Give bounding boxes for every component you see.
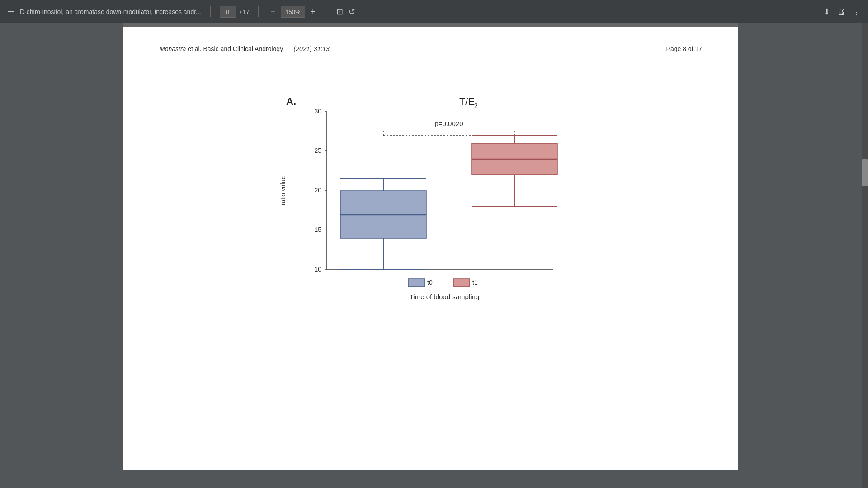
zoom-in-button[interactable]: +: [308, 6, 318, 18]
zoom-out-button[interactable]: −: [268, 6, 278, 18]
page-number-input[interactable]: [220, 6, 236, 18]
chart-area: A. T/E 2 p=0.0020: [169, 89, 693, 306]
citation-text: Monastra et al. Basic and Clinical Andro…: [160, 45, 330, 52]
x-axis-label: Time of blood sampling: [410, 293, 480, 300]
rotate-button[interactable]: ↺: [349, 7, 355, 17]
toolbar-divider-2: [258, 6, 259, 17]
y-axis-label: ratio value: [279, 176, 287, 205]
scrollbar-track: [862, 23, 868, 488]
toolbar-divider: [210, 6, 211, 17]
print-button[interactable]: 🖨: [837, 7, 845, 17]
y-label-15: 15: [314, 226, 321, 233]
legend-t0-box: [408, 279, 425, 287]
toolbar-divider-3: [327, 6, 327, 17]
page-info: Page 8 of 17: [666, 45, 702, 52]
chart-title-subscript: 2: [474, 102, 478, 109]
legend-t1-box: [453, 279, 470, 287]
more-options-button[interactable]: ⋮: [853, 7, 861, 17]
pdf-viewer: Monastra et al. Basic and Clinical Andro…: [0, 23, 862, 488]
menu-icon[interactable]: ☰: [7, 7, 14, 17]
legend-t0-label: t0: [427, 279, 433, 286]
p-value-label: p=0.0020: [435, 120, 463, 127]
legend-t1-label: t1: [472, 279, 478, 286]
y-label-30: 30: [314, 108, 321, 115]
pdf-page: Monastra et al. Basic and Clinical Andro…: [123, 27, 738, 470]
page-separator: / 17: [240, 9, 250, 15]
download-button[interactable]: ⬇: [823, 7, 830, 17]
chart-title: T/E: [459, 96, 475, 107]
top-line: [123, 23, 738, 27]
y-label-10: 10: [314, 266, 321, 273]
figure-container: A. T/E 2 p=0.0020: [160, 80, 702, 315]
boxplot-svg: A. T/E 2 p=0.0020: [273, 89, 589, 306]
toolbar: ☰ D-chiro-inositol, an aromatase down-mo…: [0, 0, 868, 23]
page-controls: / 17: [220, 6, 250, 18]
y-label-25: 25: [314, 147, 321, 154]
zoom-input[interactable]: [281, 6, 305, 18]
figure-label: A.: [286, 96, 296, 107]
citation-authors: Monastra et al. Basic and Clinical Andro…: [160, 45, 283, 52]
fit-page-button[interactable]: ⊡: [336, 7, 343, 17]
toolbar-right-actions: ⬇ 🖨 ⋮: [823, 7, 861, 17]
zoom-controls: − +: [268, 6, 318, 18]
page-header: Monastra et al. Basic and Clinical Andro…: [160, 45, 702, 52]
document-title: D-chiro-inositol, an aromatase down-modu…: [20, 8, 201, 15]
y-label-20: 20: [314, 187, 321, 194]
scrollbar-thumb[interactable]: [862, 159, 868, 186]
citation-year: (2021) 31:13: [294, 45, 330, 52]
